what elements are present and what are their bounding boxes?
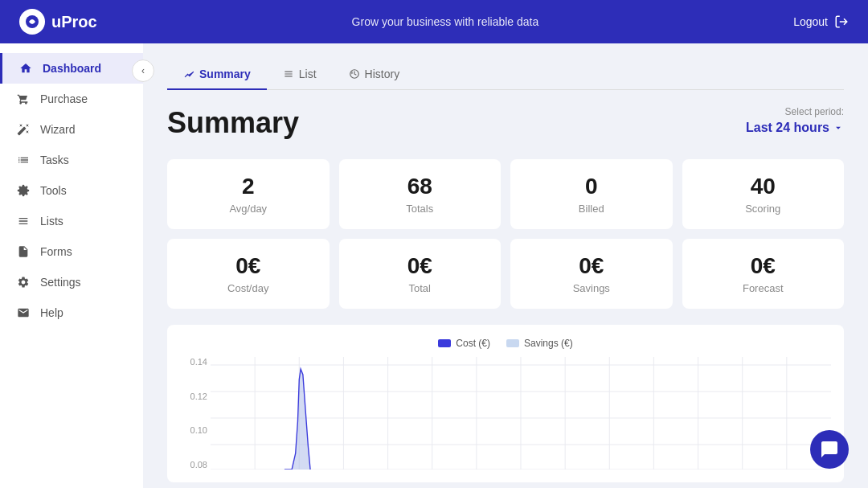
tab-history[interactable]: History: [333, 59, 416, 90]
y-label-0: 0.08: [180, 460, 207, 470]
sidebar-item-dashboard[interactable]: Dashboard: [0, 53, 143, 84]
sidebar-item-forms[interactable]: Forms: [0, 236, 143, 267]
main-layout: ‹ Dashboard Purchase Wizard Tasks: [0, 43, 868, 488]
chat-button[interactable]: [810, 430, 849, 469]
legend-cost: Cost (€): [438, 338, 490, 349]
sidebar-item-tasks[interactable]: Tasks: [0, 145, 143, 175]
top-nav: uProc Grow your business with reliable d…: [0, 0, 868, 43]
stat-forecast: 0€ Forecast: [682, 239, 845, 309]
stat-savings: 0€ Savings: [510, 239, 673, 309]
savings-dot: [506, 339, 519, 347]
wand-icon: [16, 122, 31, 137]
logo-text: uProc: [51, 13, 97, 31]
stat-avg-day: 2 Avg/day: [167, 159, 330, 229]
stat-cost-day: 0€ Cost/day: [167, 239, 330, 309]
home-icon: [18, 61, 33, 76]
sidebar-item-label: Forms: [40, 245, 72, 258]
period-label: Select period:: [746, 106, 844, 117]
sidebar-item-label: Purchase: [40, 92, 88, 105]
forms-icon: [16, 244, 31, 259]
sidebar-item-label: Tasks: [40, 154, 69, 166]
chart-legend: Cost (€) Savings (€): [180, 338, 831, 349]
stat-total: 0€ Total: [339, 239, 502, 309]
sidebar-item-settings[interactable]: Settings: [0, 267, 143, 297]
legend-savings: Savings (€): [506, 338, 573, 349]
sidebar-item-help[interactable]: Help: [0, 297, 143, 328]
sidebar: ‹ Dashboard Purchase Wizard Tasks: [0, 43, 143, 488]
period-dropdown[interactable]: Last 24 hours: [746, 121, 844, 135]
cost-dot: [438, 339, 451, 347]
stat-scoring: 40 Scoring: [682, 159, 845, 229]
history-icon: [349, 68, 360, 80]
envelope-icon: [16, 306, 31, 320]
cart-icon: [16, 92, 31, 106]
y-label-3: 0.14: [180, 357, 207, 367]
y-label-1: 0.10: [180, 425, 207, 435]
sidebar-item-label: Tools: [40, 184, 67, 197]
sidebar-item-label: Settings: [40, 276, 81, 289]
sidebar-item-tools[interactable]: Tools: [0, 175, 143, 206]
page-title: Summary: [167, 106, 299, 140]
sidebar-collapse-button[interactable]: ‹: [132, 59, 154, 82]
chart-svg: [211, 357, 831, 470]
main-content: Summary List History Summary Select peri…: [143, 43, 868, 488]
header-row: Summary Select period: Last 24 hours: [167, 106, 844, 140]
sidebar-item-label: Dashboard: [43, 62, 101, 75]
stat-totals: 68 Totals: [339, 159, 502, 229]
svg-marker-21: [285, 369, 831, 470]
lists-icon: [16, 214, 31, 228]
logo: uProc: [19, 9, 97, 35]
chevron-down-icon: [833, 122, 844, 133]
logo-icon: [19, 9, 45, 35]
tab-list[interactable]: List: [267, 59, 333, 90]
sidebar-item-label: Wizard: [40, 123, 76, 136]
logout-button[interactable]: Logout: [793, 14, 849, 29]
sidebar-item-label: Help: [40, 306, 63, 319]
sidebar-item-purchase[interactable]: Purchase: [0, 84, 143, 114]
sidebar-item-wizard[interactable]: Wizard: [0, 114, 143, 145]
tools-icon: [16, 183, 31, 198]
y-label-2: 0.12: [180, 392, 207, 401]
tasks-icon: [16, 153, 31, 167]
gear-icon: [16, 275, 31, 289]
chart-icon: [183, 68, 194, 80]
sidebar-item-lists[interactable]: Lists: [0, 206, 143, 236]
tab-summary[interactable]: Summary: [167, 59, 267, 90]
sidebar-item-label: Lists: [40, 215, 63, 228]
stat-billed: 0 Billed: [510, 159, 673, 229]
tabs: Summary List History: [167, 59, 844, 90]
list-icon: [283, 68, 294, 80]
tagline: Grow your business with reliable data: [352, 15, 539, 28]
stats-grid: 2 Avg/day 68 Totals 0 Billed 40 Scoring …: [167, 159, 844, 309]
chart-container: Cost (€) Savings (€) 0.08 0.10 0.12 0.14: [167, 325, 844, 482]
period-selector: Select period: Last 24 hours: [746, 106, 844, 135]
